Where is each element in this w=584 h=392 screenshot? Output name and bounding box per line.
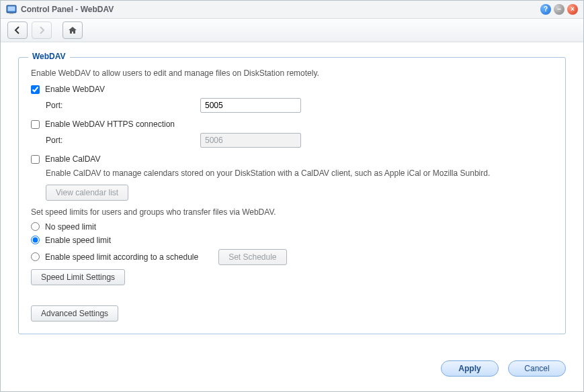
speed-schedule-radio[interactable] bbox=[31, 252, 40, 261]
titlebar: Control Panel - WebDAV ? – × bbox=[1, 1, 583, 19]
svg-rect-1 bbox=[8, 7, 15, 11]
cancel-button[interactable]: Cancel bbox=[508, 360, 566, 377]
speed-limit-intro-text: Set speed limits for users and groups wh… bbox=[31, 207, 553, 217]
minimize-button[interactable]: – bbox=[554, 4, 565, 15]
https-port-input bbox=[200, 133, 301, 148]
https-port-label: Port: bbox=[46, 136, 200, 145]
enable-webdav-row: Enable WebDAV bbox=[31, 85, 553, 94]
fieldset-legend: WebDAV bbox=[28, 52, 70, 61]
speed-enable-label[interactable]: Enable speed limit bbox=[45, 236, 111, 245]
forward-button[interactable] bbox=[32, 21, 52, 39]
content-area: WebDAV Enable WebDAV to allow users to e… bbox=[1, 42, 583, 354]
https-port-row: Port: bbox=[46, 133, 553, 148]
enable-caldav-row: Enable CalDAV bbox=[31, 154, 553, 164]
footer: Apply Cancel bbox=[1, 354, 583, 391]
speed-none-label[interactable]: No speed limit bbox=[45, 222, 96, 232]
speed-none-radio[interactable] bbox=[31, 222, 40, 231]
window-buttons: ? – × bbox=[540, 4, 578, 15]
enable-caldav-checkbox[interactable] bbox=[31, 155, 40, 164]
close-button[interactable]: × bbox=[567, 4, 578, 15]
speed-enable-radio[interactable] bbox=[31, 236, 40, 244]
webdav-port-input[interactable] bbox=[200, 98, 301, 113]
help-button[interactable]: ? bbox=[540, 4, 551, 15]
advanced-settings-button[interactable]: Advanced Settings bbox=[31, 305, 118, 322]
speed-schedule-row: Enable speed limit according to a schedu… bbox=[31, 249, 553, 265]
window: Control Panel - WebDAV ? – × WebDAV Enab… bbox=[0, 0, 584, 392]
enable-webdav-label[interactable]: Enable WebDAV bbox=[45, 85, 105, 94]
set-schedule-button: Set Schedule bbox=[218, 249, 286, 265]
caldav-desc-text: Enable CalDAV to manage calendars stored… bbox=[46, 168, 553, 179]
home-button[interactable] bbox=[62, 21, 83, 39]
enable-https-label[interactable]: Enable WebDAV HTTPS connection bbox=[45, 119, 175, 129]
toolbar bbox=[1, 19, 583, 42]
enable-webdav-checkbox[interactable] bbox=[31, 85, 40, 94]
apply-button[interactable]: Apply bbox=[441, 360, 499, 377]
window-title: Control Panel - WebDAV bbox=[21, 5, 540, 14]
view-calendar-list-button: View calendar list bbox=[46, 185, 128, 201]
webdav-port-label: Port: bbox=[46, 101, 200, 110]
speed-limit-settings-button[interactable]: Speed Limit Settings bbox=[31, 269, 125, 285]
speed-schedule-label[interactable]: Enable speed limit according to a schedu… bbox=[45, 252, 198, 262]
speed-none-row: No speed limit bbox=[31, 222, 553, 232]
webdav-port-row: Port: bbox=[46, 98, 553, 113]
webdav-fieldset: WebDAV Enable WebDAV to allow users to e… bbox=[18, 57, 566, 334]
webdav-intro-text: Enable WebDAV to allow users to edit and… bbox=[31, 68, 553, 78]
control-panel-icon bbox=[6, 4, 17, 15]
speed-enable-row: Enable speed limit bbox=[31, 236, 553, 245]
back-button[interactable] bbox=[7, 21, 28, 39]
enable-https-row: Enable WebDAV HTTPS connection bbox=[31, 119, 553, 129]
enable-https-checkbox[interactable] bbox=[31, 120, 40, 129]
enable-caldav-label[interactable]: Enable CalDAV bbox=[45, 154, 101, 164]
svg-rect-2 bbox=[9, 13, 13, 14]
